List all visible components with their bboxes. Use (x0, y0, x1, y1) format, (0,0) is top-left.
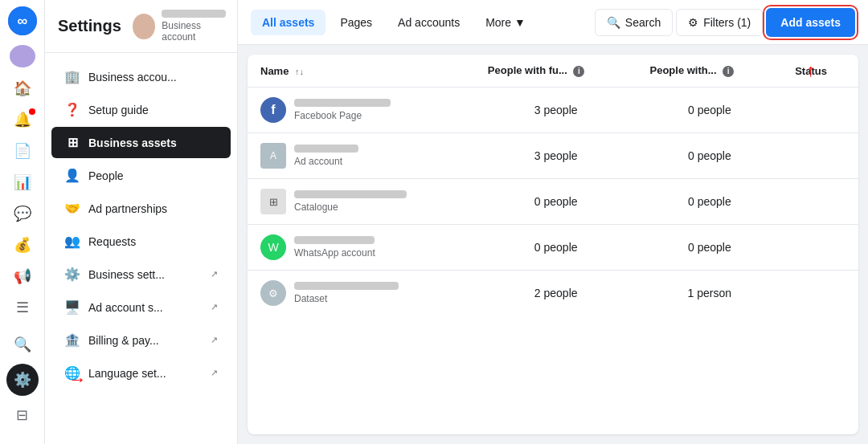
asset-type: WhatsApp account (294, 247, 375, 259)
people-icon: 👤 (64, 168, 80, 183)
tab-all-assets[interactable]: All assets (251, 10, 326, 35)
sidebar-item-label: Business sett... (88, 268, 203, 281)
asset-name-blurred (294, 190, 407, 198)
user-avatar[interactable] (10, 45, 35, 67)
tab-more[interactable]: More ▼ (474, 10, 537, 35)
asset-name-cell: W WhatsApp account (248, 225, 475, 271)
external-link-icon: ↗ (211, 368, 218, 378)
table-row: W WhatsApp account 0 people 0 people (248, 225, 858, 271)
asset-type: Dataset (294, 293, 399, 304)
settings-header: Settings Business account (45, 0, 237, 53)
nav-settings[interactable]: ⚙️ (6, 364, 39, 396)
settings-sidebar: Settings Business account 🏢 Business acc… (45, 0, 238, 444)
svg-text:∞: ∞ (17, 13, 27, 29)
sidebar-item-label: Ad partnerships (88, 202, 218, 215)
external-link-icon: ↗ (211, 335, 218, 345)
add-assets-wrapper: Add assets ↑ (766, 8, 855, 37)
people-full-cell: 2 people (475, 271, 637, 316)
asset-name-blurred (294, 99, 391, 107)
asset-icon: W (260, 234, 286, 260)
nav-messages[interactable]: 💬 (6, 200, 39, 228)
sidebar-item-billing[interactable]: 🏦 Billing & pay... ↗ (51, 324, 231, 356)
billing-icon: 🏦 (64, 332, 80, 348)
ad-account-settings-icon: 🖥️ (64, 299, 80, 315)
sidebar-item-business-assets[interactable]: ⊞ Business assets (51, 127, 231, 158)
sort-icon[interactable]: ↑↓ (295, 67, 304, 76)
sidebar-item-label: Setup guide (88, 104, 218, 116)
tab-ad-accounts[interactable]: Ad accounts (387, 10, 471, 35)
external-link-icon: ↗ (211, 269, 218, 279)
requests-icon: 👥 (64, 234, 80, 249)
asset-icon: ⚙ (260, 280, 286, 306)
sidebar-item-label: Ad account s... (88, 301, 203, 314)
asset-name-cell: ⊞ Catalogue (248, 179, 475, 225)
sidebar-item-label: Business assets (88, 136, 218, 149)
external-link-icon: ↗ (211, 302, 218, 312)
language-icon: 🌐 (64, 365, 80, 381)
info-icon[interactable]: i (573, 66, 584, 77)
table-row: f Facebook Page 3 people 0 people (248, 88, 858, 133)
nav-home[interactable]: 🏠 (6, 74, 39, 102)
asset-icon: f (260, 97, 286, 123)
status-cell (782, 88, 858, 133)
ad-partnerships-icon: 🤝 (64, 201, 80, 216)
nav-analytics[interactable]: 📊 (6, 168, 39, 196)
filter-icon: ⚙ (688, 16, 698, 29)
col-people-full: People with fu... i (475, 55, 637, 88)
status-cell (782, 179, 858, 225)
nav-notifications[interactable]: 🔔 (6, 105, 39, 133)
business-settings-icon: ⚙️ (64, 267, 80, 282)
business-avatar (133, 14, 155, 39)
setup-guide-icon: ❓ (64, 102, 80, 117)
people-full-cell: 0 people (475, 179, 637, 225)
asset-name-wrapper: Ad account (294, 145, 358, 167)
nav-menu[interactable]: ☰ (6, 294, 39, 322)
people-limited-cell: 1 person (637, 271, 783, 316)
info-icon[interactable]: i (723, 66, 734, 77)
sidebar-item-people[interactable]: 👤 People (51, 160, 231, 191)
nav-pages[interactable]: 📄 (6, 136, 39, 165)
sidebar-item-language[interactable]: 🌐 Language set... ↗ (51, 357, 231, 389)
sidebar-item-business-account[interactable]: 🏢 Business accou... (51, 61, 231, 92)
sidebar-item-requests[interactable]: 👥 Requests (51, 226, 231, 257)
status-cell (782, 133, 858, 179)
sidebar-item-label: Billing & pay... (88, 334, 203, 347)
tab-pages[interactable]: Pages (329, 10, 383, 35)
add-assets-button[interactable]: Add assets (766, 8, 855, 37)
nav-search[interactable]: 🔍 (6, 328, 39, 360)
sidebar-item-ad-account-settings[interactable]: 🖥️ Ad account s... ↗ (51, 291, 231, 323)
account-name-blurred (162, 10, 226, 18)
asset-name-cell: f Facebook Page (248, 88, 475, 133)
search-icon: 🔍 (607, 16, 620, 29)
asset-icon: A (260, 143, 286, 169)
table-row: ⊞ Catalogue 0 people 0 people (248, 179, 858, 225)
asset-name-cell: ⚙ Dataset (248, 271, 475, 316)
asset-icon: ⊞ (260, 189, 286, 214)
account-type: Business account (162, 20, 229, 43)
sidebar-item-setup-guide[interactable]: ❓ Setup guide (51, 94, 231, 125)
people-full-cell: 3 people (475, 133, 637, 179)
people-limited-cell: 0 people (637, 88, 783, 133)
top-bar: All assets Pages Ad accounts More ▼ 🔍 Se… (238, 0, 868, 45)
people-limited-cell: 0 people (637, 179, 783, 225)
icon-nav: ∞ 🏠 🔔 📄 📊 💬 💰 📢 ☰ 🔍 ⚙️ → ⊟ (0, 0, 45, 444)
nav-ads[interactable]: 📢 (6, 263, 39, 291)
status-cell (782, 271, 858, 316)
search-button[interactable]: 🔍 Search (595, 9, 673, 36)
asset-type: Facebook Page (294, 110, 391, 121)
sidebar-nav: 🏢 Business accou... ❓ Setup guide ⊞ Busi… (45, 53, 237, 444)
sidebar-item-label: Language set... (88, 367, 203, 380)
sidebar-item-business-settings[interactable]: ⚙️ Business sett... ↗ (51, 259, 231, 290)
table-row: A Ad account 3 people 0 people (248, 133, 858, 179)
nav-monetization[interactable]: 💰 (6, 231, 39, 259)
assets-table-container: Name ↑↓ People with fu... i People with.… (248, 55, 858, 434)
col-people-limited: People with... i (637, 55, 783, 88)
meta-logo: ∞ (8, 6, 37, 35)
business-assets-icon: ⊞ (64, 135, 80, 150)
filters-button[interactable]: ⚙ Filters (1) (676, 9, 763, 36)
asset-name-wrapper: Catalogue (294, 190, 407, 213)
asset-type: Catalogue (294, 202, 407, 213)
people-limited-cell: 0 people (637, 133, 783, 179)
sidebar-item-ad-partnerships[interactable]: 🤝 Ad partnerships (51, 193, 231, 224)
nav-toggle[interactable]: ⊟ (6, 399, 39, 431)
